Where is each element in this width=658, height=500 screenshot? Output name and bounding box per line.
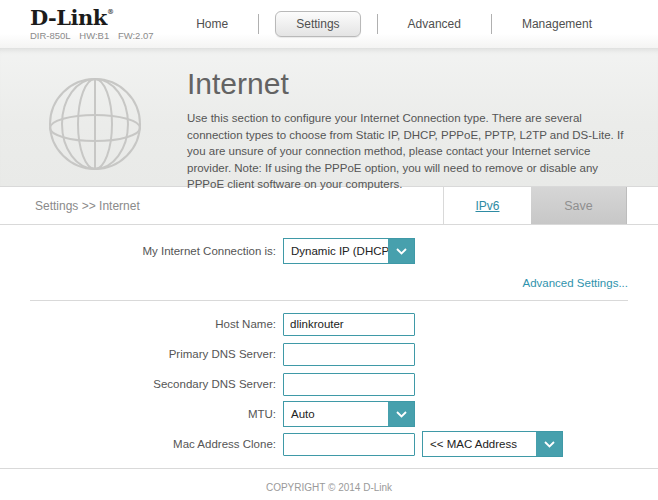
internet-settings-form: My Internet Connection is: Dynamic IP (D… [0, 225, 658, 459]
page-title: Internet [187, 67, 628, 101]
mac-address-source-select[interactable]: << MAC Address [422, 431, 563, 457]
page-intro-section: Internet Use this section to configure y… [0, 48, 658, 186]
dlink-logo: D-Link® DIR-850L HW:B1 FW:2.07 [30, 7, 160, 41]
secondary-dns-row: Secondary DNS Server: [0, 369, 658, 399]
nav-settings[interactable]: Settings [275, 11, 360, 37]
connection-type-select[interactable]: Dynamic IP (DHCP) [283, 238, 415, 264]
primary-dns-label: Primary DNS Server: [0, 348, 283, 360]
advanced-settings-link[interactable]: Advanced Settings... [523, 277, 628, 289]
logo-wordmark: D-Link [30, 5, 107, 30]
nav-home[interactable]: Home [182, 11, 242, 37]
mtu-row: MTU: Auto [0, 399, 658, 429]
nav-divider [258, 14, 259, 34]
nav-advanced[interactable]: Advanced [394, 11, 475, 37]
nav-divider [377, 14, 378, 34]
mac-clone-input[interactable] [283, 433, 415, 456]
mtu-select[interactable]: Auto [283, 401, 415, 427]
primary-dns-row: Primary DNS Server: [0, 339, 658, 369]
router-admin-page: D-Link® DIR-850L HW:B1 FW:2.07 Home Sett… [0, 0, 658, 500]
secondary-dns-label: Secondary DNS Server: [0, 378, 283, 390]
chevron-down-icon [388, 239, 414, 263]
firmware-version: FW:2.07 [118, 30, 154, 41]
connection-type-value: Dynamic IP (DHCP) [284, 239, 388, 263]
device-model-line: DIR-850L HW:B1 FW:2.07 [30, 31, 160, 41]
ipv6-link[interactable]: IPv6 [475, 199, 499, 213]
globe-icon [45, 74, 145, 174]
host-name-input[interactable] [283, 313, 415, 336]
copyright: COPYRIGHT © 2014 D-Link [0, 469, 658, 493]
breadcrumb: Settings >> Internet [0, 187, 443, 224]
model-number: DIR-850L [30, 30, 71, 41]
nav-management[interactable]: Management [508, 11, 606, 37]
ipv6-cell: IPv6 [443, 187, 531, 224]
advanced-settings-row: Advanced Settings... [0, 273, 658, 293]
registered-mark: ® [107, 7, 114, 16]
bar-right-pad [627, 187, 658, 224]
intro-text-block: Internet Use this section to configure y… [187, 60, 628, 186]
mac-address-source-value: << MAC Address [423, 432, 536, 456]
hardware-version: HW:B1 [79, 30, 109, 41]
mtu-value: Auto [284, 402, 388, 426]
secondary-dns-input[interactable] [283, 373, 415, 396]
connection-type-row: My Internet Connection is: Dynamic IP (D… [0, 238, 658, 264]
logo-text: D-Link® [30, 7, 160, 28]
mac-clone-label: Mac Address Clone: [0, 438, 283, 450]
host-name-label: Host Name: [0, 318, 283, 330]
page-footer: COPYRIGHT © 2014 D-Link [0, 468, 658, 493]
host-name-row: Host Name: [0, 309, 658, 339]
section-divider [30, 300, 628, 301]
save-button[interactable]: Save [531, 187, 627, 224]
chevron-down-icon [388, 402, 414, 426]
nav-divider [491, 14, 492, 34]
main-nav: Home Settings Advanced Management [182, 11, 606, 37]
chevron-down-icon [536, 432, 562, 456]
mtu-label: MTU: [0, 408, 283, 420]
top-bar: D-Link® DIR-850L HW:B1 FW:2.07 Home Sett… [0, 0, 658, 48]
connection-type-label: My Internet Connection is: [0, 245, 283, 257]
breadcrumb-bar: Settings >> Internet IPv6 Save [0, 186, 658, 225]
mac-clone-row: Mac Address Clone: << MAC Address [0, 429, 658, 459]
page-description: Use this section to configure your Inter… [187, 110, 628, 193]
primary-dns-input[interactable] [283, 343, 415, 366]
